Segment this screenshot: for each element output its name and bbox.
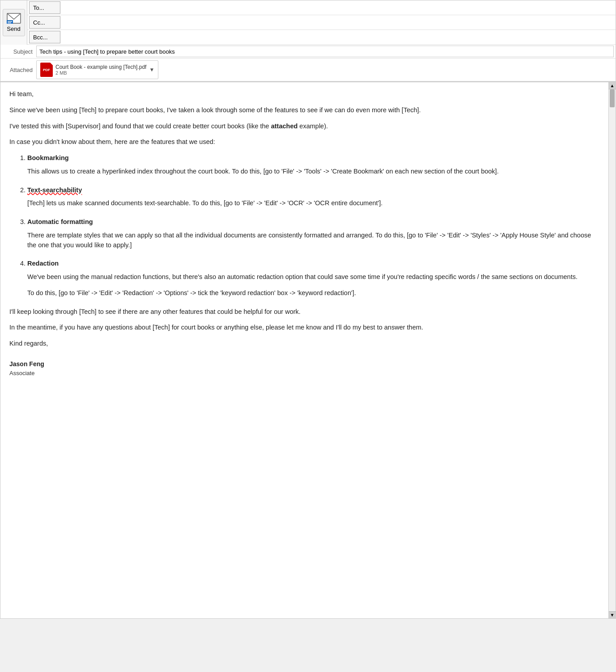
send-area: Send	[0, 0, 27, 45]
list-item-1: Bookmarking This allows us to create a h…	[27, 153, 596, 177]
item1-title: Bookmarking	[27, 154, 69, 161]
send-button[interactable]: Send	[3, 9, 25, 36]
cc-row: Cc...	[27, 15, 616, 30]
item4-content: We've been using the manual redaction fu…	[27, 272, 596, 298]
para2: I've tested this with [Supervisor] and f…	[9, 122, 596, 131]
field-group: To... Cc... Bcc...	[27, 0, 616, 45]
attachment-item[interactable]: PDF Court Book - example using [Tech].pd…	[36, 60, 158, 79]
closing3: Kind regards,	[9, 339, 596, 349]
item2-desc: [Tech] lets us make scanned documents te…	[27, 199, 596, 208]
para2-pre: I've tested this with [Supervisor] and f…	[9, 123, 271, 130]
list-item-2: Text-searchability [Tech] lets us make s…	[27, 186, 596, 209]
para2-bold: attached	[271, 123, 298, 130]
closing1: I'll keep looking through [Tech] to see …	[9, 307, 596, 317]
scroll-down-button[interactable]: ▼	[609, 611, 616, 618]
email-header: Send To... Cc... Bcc...	[0, 0, 616, 82]
scrollbar[interactable]: ▲ ▼	[608, 82, 616, 618]
sig-title: Associate	[9, 369, 596, 378]
email-body-content: Hi team, Since we've been using [Tech] t…	[9, 89, 607, 377]
attachment-size: 2 MB	[55, 70, 146, 76]
item3-title: Automatic formatting	[27, 218, 93, 225]
scroll-up-button[interactable]: ▲	[609, 82, 616, 89]
closing2: In the meantime, if you have any questio…	[9, 323, 596, 333]
item3-desc: There are template styles that we can ap…	[27, 231, 596, 250]
send-label: Send	[7, 25, 20, 32]
item4-title: Redaction	[27, 260, 59, 267]
subject-input[interactable]	[36, 46, 614, 57]
attachment-dropdown-icon[interactable]: ▼	[149, 67, 154, 73]
pdf-label: PDF	[43, 68, 50, 72]
bcc-button[interactable]: Bcc...	[29, 31, 60, 43]
para3: In case you didn't know about them, here…	[9, 137, 596, 147]
to-row: To...	[27, 0, 616, 15]
envelope-icon	[7, 13, 21, 24]
signature: Jason Feng Associate	[9, 359, 596, 378]
para1: Since we've been using [Tech] to prepare…	[9, 106, 596, 115]
bcc-input[interactable]	[62, 31, 616, 43]
attachment-name: Court Book - example using [Tech].pdf	[55, 64, 146, 70]
item1-desc: This allows us to create a hyperlinked i…	[27, 167, 596, 177]
scroll-thumb[interactable]	[610, 89, 615, 107]
list-item-3: Automatic formatting There are template …	[27, 217, 596, 250]
item4-desc2: To do this, [go to 'File' -> 'Edit' -> '…	[27, 288, 596, 298]
pdf-icon: PDF	[40, 63, 53, 77]
attached-row: Attached PDF Court Book - example using …	[0, 59, 616, 81]
email-compose-window: Send To... Cc... Bcc...	[0, 0, 616, 619]
sig-name: Jason Feng	[9, 359, 596, 369]
item2-content: [Tech] lets us make scanned documents te…	[27, 199, 596, 208]
features-list: Bookmarking This allows us to create a h…	[27, 153, 596, 298]
subject-label: Subject	[0, 48, 36, 55]
item4-desc1: We've been using the manual redaction fu…	[27, 272, 596, 282]
header-top: Send To... Cc... Bcc...	[0, 0, 616, 45]
list-item-4: Redaction We've been using the manual re…	[27, 259, 596, 298]
greeting: Hi team,	[9, 89, 596, 99]
item3-content: There are template styles that we can ap…	[27, 231, 596, 250]
item2-title: Text-searchability	[27, 186, 82, 194]
item1-content: This allows us to create a hyperlinked i…	[27, 167, 596, 177]
attachment-info: Court Book - example using [Tech].pdf 2 …	[55, 64, 146, 76]
email-body-area: ▲ ▼ Hi team, Since we've been using [Tec…	[0, 82, 616, 618]
para2-post: example).	[297, 123, 328, 130]
scroll-track	[609, 89, 616, 611]
cc-input[interactable]	[62, 16, 616, 29]
cc-button[interactable]: Cc...	[29, 16, 60, 29]
to-button[interactable]: To...	[29, 1, 60, 14]
subject-row: Subject	[0, 45, 616, 59]
attached-label: Attached	[0, 67, 36, 73]
bcc-row: Bcc...	[27, 30, 616, 45]
to-input[interactable]	[62, 1, 616, 14]
